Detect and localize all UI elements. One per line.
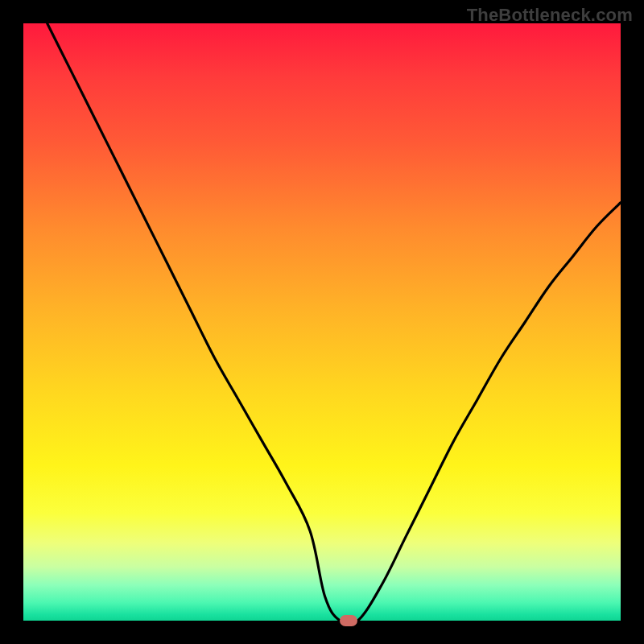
optimal-marker bbox=[340, 615, 357, 626]
curve-layer bbox=[23, 23, 621, 621]
plot-area bbox=[23, 23, 621, 621]
chart-frame: TheBottleneck.com bbox=[0, 0, 644, 644]
bottleneck-curve bbox=[47, 23, 621, 621]
